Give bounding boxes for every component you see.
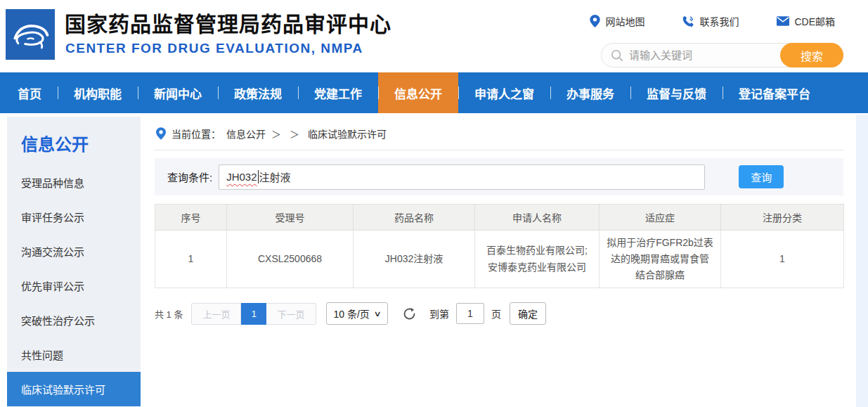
sitemap-link[interactable]: 网站地图 [590, 14, 644, 28]
query-panel: 查询条件: JH032注射液 查询 [155, 158, 843, 195]
breadcrumb-section-link[interactable]: 信息公开 [226, 127, 266, 141]
cell-drug-name: JH032注射液 [354, 231, 475, 288]
page-unit-label: 页 [491, 306, 501, 321]
sitemap-label: 网站地图 [605, 14, 644, 28]
site-subtitle: CENTER FOR DRUG EVALUATION, NMPA [65, 41, 363, 56]
confirm-button[interactable]: 确定 [510, 302, 546, 325]
mail-link[interactable]: CDE邮箱 [777, 14, 835, 28]
nav-item-policies[interactable]: 政策法规 [218, 72, 298, 113]
col-header-drug-name: 药品名称 [354, 205, 475, 231]
breadcrumb-separator: ＞ ＞ [271, 127, 302, 141]
cell-registration-class: 1 [721, 231, 844, 288]
page-number-button[interactable]: 1 [241, 303, 266, 325]
col-header-acceptance-no: 受理号 [227, 205, 354, 231]
goto-page-label: 到第 [429, 306, 449, 321]
nav-item-registration-platform[interactable]: 登记备案平台 [723, 72, 827, 113]
contact-label: 联系我们 [699, 14, 739, 28]
location-pin-icon [590, 15, 600, 27]
sidebar: 信息公开 受理品种信息 审评任务公示 沟通交流公示 优先审评公示 突破性治疗公示… [7, 117, 141, 407]
search-button[interactable]: 搜索 [780, 43, 843, 67]
prev-page-button[interactable]: 上一页 [191, 303, 241, 325]
table-row: 1 CXSL2500668 JH032注射液 百泰生物药业有限公司;安博泰克药业… [155, 231, 844, 288]
search-icon [611, 49, 623, 62]
nav-item-applicant-window[interactable]: 申请人之窗 [458, 72, 550, 113]
table-header-row: 序号 受理号 药品名称 申请人名称 适应症 注册分类 [155, 205, 844, 231]
col-header-index: 序号 [155, 205, 227, 231]
nav-item-services[interactable]: 办事服务 [550, 72, 630, 113]
nav-item-supervision[interactable]: 监督与反馈 [630, 72, 723, 113]
cell-acceptance-no: CXSL2500668 [227, 231, 354, 288]
breadcrumb-current: 临床试验默示许可 [308, 127, 387, 141]
cell-indication: 拟用于治疗FGFR2b过表达的晚期胃癌或胃食管结合部腺癌 [600, 231, 721, 288]
refresh-icon [402, 306, 417, 321]
envelope-icon [777, 16, 789, 26]
total-count: 共 1 条 [155, 307, 183, 321]
goto-page-input[interactable]: 1 [456, 303, 484, 324]
chevron-down-icon: ∨ [373, 309, 381, 318]
cde-logo [6, 9, 55, 60]
phone-icon [682, 15, 694, 27]
breadcrumb-pin-icon [156, 127, 166, 140]
main-content: 当前位置：信息公开 ＞ ＞ 临床试验默示许可 查询条件: JH032注射液 查询… [155, 117, 843, 325]
nav-item-party[interactable]: 党建工作 [298, 72, 378, 113]
query-input[interactable]: JH032注射液 [219, 164, 705, 190]
query-condition-label: 查询条件: [167, 169, 212, 184]
nav-item-news[interactable]: 新闻中心 [138, 72, 218, 113]
query-button[interactable]: 查询 [739, 165, 784, 188]
sidebar-item-review-tasks[interactable]: 审评任务公示 [7, 200, 141, 234]
pagination: 共 1 条 上一页 1 下一页 10 条/页 ∨ 到第 1 页 确定 [155, 302, 843, 325]
sidebar-item-priority-review[interactable]: 优先审评公示 [7, 269, 141, 303]
mail-label: CDE邮箱 [794, 14, 835, 28]
col-header-registration-class: 注册分类 [721, 205, 844, 231]
page-size-value: 10 条/页 [334, 306, 370, 321]
col-header-indication: 适应症 [600, 205, 721, 231]
next-page-button[interactable]: 下一页 [266, 303, 316, 325]
results-table: 序号 受理号 药品名称 申请人名称 适应症 注册分类 1 CXSL2500668… [155, 204, 844, 288]
text-caret [258, 170, 259, 183]
query-value-rest: 注射液 [259, 169, 291, 184]
sidebar-item-breakthrough-therapy[interactable]: 突破性治疗公示 [7, 303, 141, 337]
sidebar-item-communication[interactable]: 沟通交流公示 [7, 234, 141, 269]
refresh-button[interactable] [402, 306, 417, 321]
col-header-applicant: 申请人名称 [475, 205, 600, 231]
main-nav: 首页 机构职能 新闻中心 政策法规 党建工作 信息公开 申请人之窗 办事服务 监… [0, 72, 868, 113]
breadcrumb-label: 当前位置： [171, 127, 221, 141]
contact-link[interactable]: 联系我们 [682, 14, 739, 28]
sidebar-item-clinical-trial-implied-license[interactable]: 临床试验默示许可 [7, 372, 141, 406]
nav-item-info-disclosure[interactable]: 信息公开 [378, 72, 458, 113]
page: 国家药品监督管理局药品审评中心 CENTER FOR DRUG EVALUATI… [0, 0, 868, 407]
sidebar-item-accepted-varieties[interactable]: 受理品种信息 [7, 165, 141, 200]
swan-logo-icon [10, 15, 51, 53]
search-input[interactable] [623, 49, 780, 61]
breadcrumb: 当前位置：信息公开 ＞ ＞ 临床试验默示许可 [155, 117, 843, 150]
nav-item-home[interactable]: 首页 [1, 72, 58, 113]
page-size-select[interactable]: 10 条/页 ∨ [326, 302, 388, 325]
page-right-strip [856, 115, 868, 407]
cell-applicant: 百泰生物药业有限公司;安博泰克药业有限公司 [475, 231, 600, 288]
site-search: 搜索 [601, 43, 843, 67]
site-title: 国家药品监督管理局药品审评中心 [65, 7, 391, 38]
header: 国家药品监督管理局药品审评中心 CENTER FOR DRUG EVALUATI… [0, 0, 868, 72]
sidebar-item-common-issues[interactable]: 共性问题 [7, 337, 141, 372]
nav-item-functions[interactable]: 机构职能 [58, 72, 138, 113]
sidebar-title: 信息公开 [7, 131, 141, 155]
header-links: 网站地图 联系我们 CDE邮箱 [590, 14, 835, 28]
cell-index: 1 [155, 231, 227, 288]
query-value-flagged: JH032 [226, 171, 257, 183]
